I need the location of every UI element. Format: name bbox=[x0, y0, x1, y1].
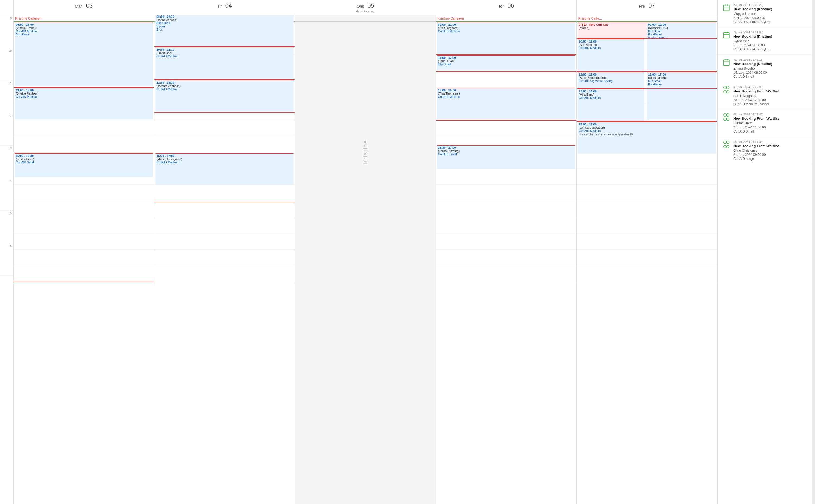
waitlist-icon-3 bbox=[722, 140, 731, 149]
day-header-mon[interactable]: Man 03 bbox=[14, 0, 154, 15]
appt-tue-3[interactable]: 12:30 - 14:30 (Tamara Johnson) CurlAID M… bbox=[155, 80, 294, 112]
notif-6-title: New Booking From Waitlist bbox=[733, 144, 779, 148]
red-line-tue-4 bbox=[154, 202, 295, 202]
appt-fri-2[interactable]: 10:00 - 12:00 (Ann Solbæk) CurlAID Mediu… bbox=[578, 39, 644, 71]
notif-4[interactable]: (8. jun. 2024 15.22.06) New Booking From… bbox=[718, 82, 815, 109]
notif-1-person: Maggie Larsson bbox=[733, 12, 772, 16]
notif-3-title: New Booking (Kristine) bbox=[733, 62, 772, 66]
red-line-fri-0 bbox=[577, 38, 717, 39]
svg-point-22 bbox=[724, 145, 726, 148]
calendar-icon-2 bbox=[722, 31, 731, 39]
column-wed: Kristine bbox=[295, 15, 436, 504]
time-15: 15 bbox=[0, 211, 13, 243]
notif-3-date: (9. jun. 2024 09.43.16) bbox=[733, 58, 772, 61]
notif-5[interactable]: (8. jun. 2024 14.17.45) New Booking From… bbox=[718, 109, 815, 137]
notif-3-person: Emma Skoubo bbox=[733, 67, 772, 70]
column-thu: Kristine Callesen 09:00 - 11:00 (Pia Gla… bbox=[436, 15, 577, 504]
time-14: 14 bbox=[0, 178, 13, 211]
notif-1-date: (9. jun. 2024 16.52.29) bbox=[733, 3, 772, 7]
day-name-mon: Man bbox=[75, 4, 83, 8]
appt-thu-2[interactable]: 11:00 - 12:00 (Janni Grau) Klip Small bbox=[437, 55, 575, 71]
svg-point-17 bbox=[726, 114, 729, 116]
appt-mon-3[interactable]: 15:00 - 16:30 (Buster Heim) CurlAID Smal… bbox=[15, 153, 153, 177]
day-header-tue[interactable]: Tir 04 bbox=[154, 0, 295, 15]
time-11: 11 bbox=[0, 80, 13, 113]
day-name-tue: Tir bbox=[217, 4, 222, 8]
appt-tue-1[interactable]: 08:30 - 10:30 (Tenna Jensen) Klip Small … bbox=[155, 15, 294, 46]
appt-fri-1[interactable]: 09:00 - 12:00 (Susanne St...) Klip Small… bbox=[647, 22, 716, 70]
appt-fri-christa[interactable]: 15:00 - 17:00 (Christa Jaspersen) CurlAI… bbox=[578, 122, 716, 154]
svg-rect-8 bbox=[724, 60, 729, 66]
svg-point-16 bbox=[724, 114, 726, 116]
notif-1-datetime: 7. aug. 2024 09.00.00 bbox=[733, 16, 772, 20]
red-line-tue-3 bbox=[154, 112, 295, 113]
notif-6-service: CurlAID Large bbox=[733, 157, 779, 161]
notif-3[interactable]: (9. jun. 2024 09.43.16) New Booking (Kri… bbox=[718, 55, 815, 82]
waitlist-icon-1 bbox=[722, 85, 731, 94]
day-name-fri: Fre bbox=[639, 4, 645, 8]
notif-1-title: New Booking (Kristine) bbox=[733, 7, 772, 11]
appt-fri-hilda[interactable]: 12:00 - 15:00 (Hilda Larsen) Klip Small … bbox=[647, 72, 716, 120]
notif-1[interactable]: (9. jun. 2024 16.52.29) New Booking (Kri… bbox=[718, 0, 815, 27]
notif-5-content: (8. jun. 2024 14.17.45) New Booking From… bbox=[733, 113, 779, 133]
notif-4-content: (8. jun. 2024 15.22.06) New Booking From… bbox=[733, 85, 779, 106]
calendar-header: Man 03 Tir 04 Ons 05 Grundlovsdag Tor 06 bbox=[0, 0, 717, 15]
notif-5-date: (8. jun. 2024 14.17.45) bbox=[733, 113, 779, 116]
time-gutter: 9 10 11 12 13 14 15 16 bbox=[0, 15, 14, 504]
time-16: 16 bbox=[0, 243, 13, 276]
day-header-fri[interactable]: Fre 07 bbox=[577, 0, 717, 15]
day-num-tue: 04 bbox=[225, 2, 232, 9]
appt-fri-mira[interactable]: 13:00 - 15:00 (Mira Bang) CurlAID Medium bbox=[578, 89, 644, 121]
notif-3-content: (9. jun. 2024 09.43.16) New Booking (Kri… bbox=[733, 58, 772, 79]
notif-2-service: CurlAID Signature Styling bbox=[733, 47, 772, 51]
notif-5-title: New Booking From Waitlist bbox=[733, 117, 779, 121]
day-num-fri: 07 bbox=[648, 2, 655, 9]
appt-thu-4[interactable]: 15:30 - 17:00 (Laura Støvring) CurlAID S… bbox=[437, 145, 575, 169]
appt-tue-2[interactable]: 10:30 - 12:30 (Fiona Beck) CurlAID Mediu… bbox=[155, 47, 294, 79]
notif-2[interactable]: (9. jun. 2024 16.51.08) New Booking (Kri… bbox=[718, 27, 815, 55]
notif-4-person: Sarah Midgaard bbox=[733, 94, 779, 98]
svg-rect-0 bbox=[724, 5, 729, 11]
day-name-thu: Tor bbox=[498, 4, 504, 8]
notif-3-service: CurlAID Small bbox=[733, 75, 772, 79]
svg-point-19 bbox=[726, 118, 729, 121]
appt-thu-3[interactable]: 13:00 - 15:00 (Tina Thomsen ) CurlAID Me… bbox=[437, 88, 575, 119]
red-line-tue-2 bbox=[154, 79, 295, 80]
day-header-wed[interactable]: Ons 05 Grundlovsdag bbox=[295, 0, 436, 15]
notif-1-content: (9. jun. 2024 16.52.29) New Booking (Kri… bbox=[733, 3, 772, 24]
staff-label-thu: Kristine Callesen bbox=[438, 17, 464, 20]
waitlist-icon-2 bbox=[722, 113, 731, 121]
notif-5-service: CurlAID Small bbox=[733, 130, 779, 133]
svg-point-21 bbox=[726, 141, 729, 144]
notifications-panel: (9. jun. 2024 16.52.29) New Booking (Kri… bbox=[717, 0, 815, 504]
red-line-fri-3 bbox=[577, 121, 717, 122]
appt-mon-1[interactable]: 09:00 - 13:00 (Vibeke Brede) CurlAID Med… bbox=[15, 22, 153, 86]
red-line-fri-2 bbox=[577, 88, 717, 89]
appt-mon-2[interactable]: 13:00 - 15:00 (Birgitte Paulsen) CurlAID… bbox=[15, 88, 153, 119]
day-header-thu[interactable]: Tor 06 bbox=[436, 0, 577, 15]
svg-point-20 bbox=[724, 141, 726, 144]
calendar-icon-1 bbox=[722, 3, 731, 12]
notif-3-datetime: 15. aug. 2024 09.00.00 bbox=[733, 71, 772, 75]
notif-4-title: New Booking From Waitlist bbox=[733, 89, 779, 93]
appt-thu-1[interactable]: 09:00 - 11:00 (Pia Glargaard) CurlAID Me… bbox=[437, 22, 575, 54]
scrollbar[interactable] bbox=[812, 0, 815, 504]
notif-4-datetime: 28. jun. 2024 12.00.00 bbox=[733, 98, 779, 102]
day-num-mon: 03 bbox=[86, 2, 93, 9]
notif-6-date: (8. jun. 2024 13.37.34) bbox=[733, 140, 779, 143]
notif-5-datetime: 21. jun. 2024 11.30.00 bbox=[733, 125, 779, 129]
notif-2-person: Sylvia Beier bbox=[733, 39, 772, 43]
red-line-thu-1 bbox=[436, 54, 577, 55]
notif-4-date: (8. jun. 2024 15.22.06) bbox=[733, 85, 779, 89]
svg-point-15 bbox=[726, 91, 729, 93]
red-line-mon-1 bbox=[14, 87, 154, 88]
svg-point-12 bbox=[724, 86, 726, 89]
notif-6[interactable]: (8. jun. 2024 13.37.34) New Booking From… bbox=[718, 137, 815, 164]
day-num-wed: 05 bbox=[367, 2, 374, 9]
svg-point-13 bbox=[726, 86, 729, 89]
svg-point-18 bbox=[724, 118, 726, 121]
appt-tue-4[interactable]: 15:00 - 17:00 (Marie Baumgaard) CurlAID … bbox=[155, 153, 294, 185]
svg-point-14 bbox=[724, 91, 726, 93]
notif-2-date: (9. jun. 2024 16.51.08) bbox=[733, 31, 772, 34]
red-line-thu-2 bbox=[436, 71, 577, 72]
